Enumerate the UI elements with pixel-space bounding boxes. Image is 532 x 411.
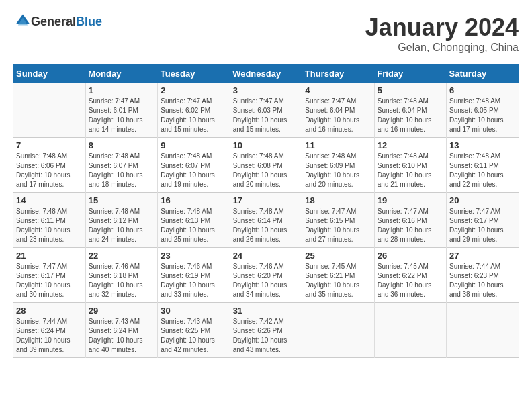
day-number: 22: [89, 250, 154, 261]
day-info: Sunrise: 7:47 AM Sunset: 6:03 PM Dayligh…: [233, 97, 300, 134]
calendar-day-cell: 19Sunrise: 7:47 AM Sunset: 6:16 PM Dayli…: [374, 193, 446, 248]
day-info: Sunrise: 7:46 AM Sunset: 6:18 PM Dayligh…: [89, 262, 154, 300]
calendar-table: SundayMondayTuesdayWednesdayThursdayFrid…: [13, 64, 519, 358]
calendar-week-row: 28Sunrise: 7:44 AM Sunset: 6:24 PM Dayli…: [13, 303, 519, 358]
calendar-day-cell: 14Sunrise: 7:48 AM Sunset: 6:11 PM Dayli…: [13, 193, 85, 248]
day-number: 13: [449, 140, 516, 150]
day-info: Sunrise: 7:48 AM Sunset: 6:14 PM Dayligh…: [233, 207, 300, 244]
day-info: Sunrise: 7:48 AM Sunset: 6:10 PM Dayligh…: [378, 152, 443, 189]
calendar-subtitle: Gelan, Chongqing, China: [365, 42, 519, 54]
calendar-day-cell: 24Sunrise: 7:46 AM Sunset: 6:20 PM Dayli…: [230, 248, 302, 303]
day-number: 19: [378, 195, 443, 205]
day-of-week-header: Saturday: [447, 64, 519, 83]
day-number: 30: [161, 306, 226, 316]
calendar-week-row: 1Sunrise: 7:47 AM Sunset: 6:01 PM Daylig…: [13, 83, 519, 138]
logo-blue: Blue: [76, 15, 102, 28]
day-info: Sunrise: 7:47 AM Sunset: 6:17 PM Dayligh…: [449, 207, 516, 244]
day-info: Sunrise: 7:42 AM Sunset: 6:26 PM Dayligh…: [233, 317, 300, 355]
day-number: 17: [233, 195, 300, 205]
day-info: Sunrise: 7:47 AM Sunset: 6:15 PM Dayligh…: [305, 207, 371, 244]
calendar-day-cell: [13, 83, 85, 138]
day-info: Sunrise: 7:48 AM Sunset: 6:11 PM Dayligh…: [449, 152, 516, 189]
calendar-day-cell: 5Sunrise: 7:48 AM Sunset: 6:04 PM Daylig…: [374, 83, 446, 138]
day-info: Sunrise: 7:44 AM Sunset: 6:24 PM Dayligh…: [16, 317, 83, 355]
day-info: Sunrise: 7:46 AM Sunset: 6:20 PM Dayligh…: [233, 262, 300, 300]
calendar-day-cell: 23Sunrise: 7:46 AM Sunset: 6:19 PM Dayli…: [158, 248, 230, 303]
day-number: 7: [16, 140, 83, 150]
day-of-week-header: Thursday: [302, 64, 374, 83]
day-of-week-header: Sunday: [13, 64, 85, 83]
day-number: 20: [449, 195, 516, 205]
day-number: 31: [233, 306, 300, 316]
calendar-day-cell: 30Sunrise: 7:43 AM Sunset: 6:25 PM Dayli…: [158, 303, 230, 358]
calendar-day-cell: 26Sunrise: 7:45 AM Sunset: 6:22 PM Dayli…: [374, 248, 446, 303]
day-number: 1: [89, 85, 154, 95]
calendar-day-cell: 6Sunrise: 7:48 AM Sunset: 6:05 PM Daylig…: [447, 83, 519, 138]
day-number: 23: [161, 250, 226, 261]
day-info: Sunrise: 7:48 AM Sunset: 6:09 PM Dayligh…: [305, 152, 371, 189]
day-number: 29: [89, 306, 154, 316]
day-info: Sunrise: 7:48 AM Sunset: 6:07 PM Dayligh…: [161, 152, 226, 189]
day-info: Sunrise: 7:48 AM Sunset: 6:05 PM Dayligh…: [449, 97, 516, 134]
calendar-day-cell: 15Sunrise: 7:48 AM Sunset: 6:12 PM Dayli…: [85, 193, 157, 248]
day-info: Sunrise: 7:48 AM Sunset: 6:11 PM Dayligh…: [16, 207, 83, 244]
day-number: 2: [161, 85, 226, 95]
calendar-week-row: 14Sunrise: 7:48 AM Sunset: 6:11 PM Dayli…: [13, 193, 519, 248]
day-number: 18: [305, 195, 371, 205]
calendar-day-cell: 3Sunrise: 7:47 AM Sunset: 6:03 PM Daylig…: [230, 83, 302, 138]
day-number: 5: [378, 85, 443, 95]
day-info: Sunrise: 7:44 AM Sunset: 6:23 PM Dayligh…: [449, 262, 516, 300]
day-number: 14: [16, 195, 83, 205]
day-info: Sunrise: 7:43 AM Sunset: 6:25 PM Dayligh…: [161, 317, 226, 355]
calendar-day-cell: 21Sunrise: 7:47 AM Sunset: 6:17 PM Dayli…: [13, 248, 85, 303]
calendar-day-cell: 8Sunrise: 7:48 AM Sunset: 6:07 PM Daylig…: [85, 138, 157, 193]
day-number: 8: [89, 140, 154, 150]
calendar-day-cell: 11Sunrise: 7:48 AM Sunset: 6:09 PM Dayli…: [302, 138, 374, 193]
day-number: 3: [233, 85, 300, 95]
calendar-day-cell: 12Sunrise: 7:48 AM Sunset: 6:10 PM Dayli…: [374, 138, 446, 193]
day-info: Sunrise: 7:48 AM Sunset: 6:08 PM Dayligh…: [233, 152, 300, 189]
day-info: Sunrise: 7:47 AM Sunset: 6:01 PM Dayligh…: [89, 97, 154, 134]
calendar-day-cell: 20Sunrise: 7:47 AM Sunset: 6:17 PM Dayli…: [447, 193, 519, 248]
day-info: Sunrise: 7:47 AM Sunset: 6:16 PM Dayligh…: [378, 207, 443, 244]
day-number: 9: [161, 140, 226, 150]
calendar-day-cell: 25Sunrise: 7:45 AM Sunset: 6:21 PM Dayli…: [302, 248, 374, 303]
calendar-day-cell: 27Sunrise: 7:44 AM Sunset: 6:23 PM Dayli…: [447, 248, 519, 303]
day-number: 27: [449, 250, 516, 261]
calendar-day-cell: 9Sunrise: 7:48 AM Sunset: 6:07 PM Daylig…: [158, 138, 230, 193]
day-number: 25: [305, 250, 371, 261]
day-number: 11: [305, 140, 371, 150]
calendar-day-cell: 10Sunrise: 7:48 AM Sunset: 6:08 PM Dayli…: [230, 138, 302, 193]
day-of-week-header: Wednesday: [230, 64, 302, 83]
calendar-day-cell: 16Sunrise: 7:48 AM Sunset: 6:13 PM Dayli…: [158, 193, 230, 248]
day-number: 26: [378, 250, 443, 261]
day-info: Sunrise: 7:47 AM Sunset: 6:04 PM Dayligh…: [305, 97, 371, 134]
day-info: Sunrise: 7:45 AM Sunset: 6:21 PM Dayligh…: [305, 262, 371, 300]
logo: GeneralBlue: [13, 13, 102, 30]
day-info: Sunrise: 7:48 AM Sunset: 6:12 PM Dayligh…: [89, 207, 154, 244]
calendar-day-cell: 4Sunrise: 7:47 AM Sunset: 6:04 PM Daylig…: [302, 83, 374, 138]
day-info: Sunrise: 7:48 AM Sunset: 6:06 PM Dayligh…: [16, 152, 83, 189]
day-number: 6: [449, 85, 516, 95]
day-number: 28: [16, 306, 83, 316]
page-header: GeneralBlue January 2024 Gelan, Chongqin…: [13, 13, 519, 54]
calendar-day-cell: [302, 303, 374, 358]
day-info: Sunrise: 7:46 AM Sunset: 6:19 PM Dayligh…: [161, 262, 226, 300]
calendar-title: January 2024: [365, 13, 519, 42]
calendar-day-cell: 17Sunrise: 7:48 AM Sunset: 6:14 PM Dayli…: [230, 193, 302, 248]
calendar-day-cell: 13Sunrise: 7:48 AM Sunset: 6:11 PM Dayli…: [447, 138, 519, 193]
day-info: Sunrise: 7:48 AM Sunset: 6:04 PM Dayligh…: [378, 97, 443, 134]
day-info: Sunrise: 7:43 AM Sunset: 6:24 PM Dayligh…: [89, 317, 154, 355]
logo-icon: [15, 13, 31, 30]
day-info: Sunrise: 7:47 AM Sunset: 6:17 PM Dayligh…: [16, 262, 83, 300]
calendar-day-cell: 7Sunrise: 7:48 AM Sunset: 6:06 PM Daylig…: [13, 138, 85, 193]
logo-general: General: [31, 15, 76, 28]
calendar-week-row: 7Sunrise: 7:48 AM Sunset: 6:06 PM Daylig…: [13, 138, 519, 193]
day-of-week-header: Tuesday: [158, 64, 230, 83]
day-number: 21: [16, 250, 83, 261]
day-info: Sunrise: 7:48 AM Sunset: 6:13 PM Dayligh…: [161, 207, 226, 244]
day-of-week-header: Monday: [85, 64, 157, 83]
calendar-day-cell: [374, 303, 446, 358]
day-number: 12: [378, 140, 443, 150]
calendar-day-cell: 18Sunrise: 7:47 AM Sunset: 6:15 PM Dayli…: [302, 193, 374, 248]
